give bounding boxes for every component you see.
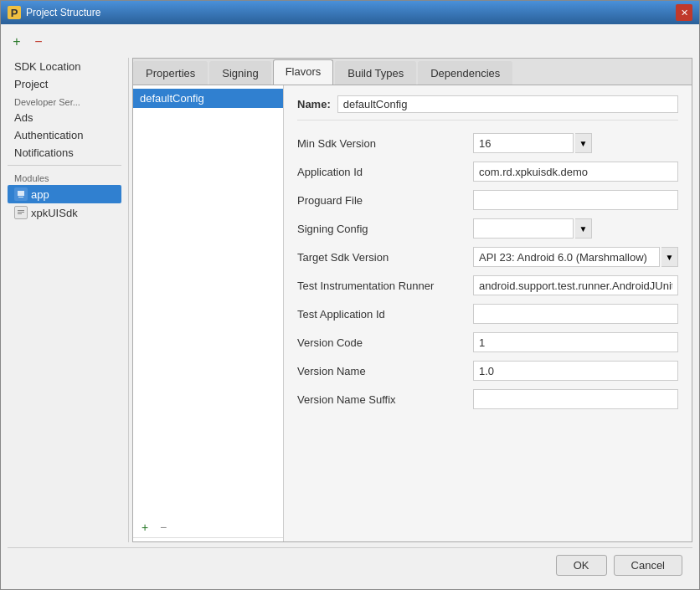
form-row-signing: Signing Config ▼ <box>297 218 678 239</box>
tab-bar: Properties Signing Flavors Build Types D… <box>133 59 692 85</box>
form-row-version-code: Version Code <box>297 331 678 353</box>
proguard-control <box>473 190 678 210</box>
target-sdk-label: Target Sdk Version <box>297 251 473 264</box>
version-code-control <box>473 332 678 352</box>
version-code-label: Version Code <box>297 336 473 349</box>
title-bar: P Project Structure ✕ <box>1 1 699 24</box>
min-sdk-input[interactable] <box>473 133 574 153</box>
svg-rect-6 <box>18 213 22 214</box>
main-content: SDK Location Project Developer Ser... Ad… <box>8 58 692 542</box>
flavor-list-toolbar: + − <box>133 517 283 538</box>
main-divider <box>128 58 129 542</box>
min-sdk-dropdown[interactable]: ▼ <box>575 133 592 153</box>
tab-signing[interactable]: Signing <box>209 61 270 85</box>
footer: OK Cancel <box>8 547 692 582</box>
form-panel: Name: Min Sdk Version ▼ <box>284 85 692 541</box>
sidebar-item-sdk-location[interactable]: SDK Location <box>8 58 121 75</box>
form-row-test-app-id: Test Application Id <box>297 303 678 325</box>
ok-button[interactable]: OK <box>556 555 607 576</box>
top-toolbar: + − <box>8 31 692 53</box>
sidebar-item-xpkuisdk[interactable]: xpkUISdk <box>8 203 121 222</box>
signing-dropdown[interactable]: ▼ <box>575 218 592 239</box>
tab-flavors[interactable]: Flavors <box>273 59 334 85</box>
min-sdk-label: Min Sdk Version <box>297 137 473 150</box>
form-title-row: Name: <box>297 95 678 121</box>
svg-rect-2 <box>18 197 23 198</box>
svg-rect-4 <box>18 210 24 211</box>
test-runner-label: Test Instrumentation Runner <box>297 280 473 292</box>
test-app-id-input[interactable] <box>473 304 678 324</box>
test-app-id-label: Test Application Id <box>297 308 473 321</box>
form-row-proguard: Proguard File <box>297 189 678 211</box>
form-row-target-sdk: Target Sdk Version ▼ <box>297 246 678 268</box>
remove-module-button[interactable]: − <box>29 33 48 51</box>
flavor-item-defaultconfig[interactable]: defaultConfig <box>133 89 283 108</box>
window-body: + − SDK Location Project Developer Ser..… <box>1 24 699 589</box>
close-button[interactable]: ✕ <box>676 4 692 21</box>
target-sdk-control: ▼ <box>473 247 678 267</box>
form-row-min-sdk: Min Sdk Version ▼ <box>297 132 678 154</box>
remove-flavor-button[interactable]: − <box>155 519 172 536</box>
signing-input[interactable] <box>473 218 574 239</box>
window-title: Project Structure <box>26 7 100 18</box>
target-sdk-dropdown[interactable]: ▼ <box>661 247 678 267</box>
min-sdk-control: ▼ <box>473 133 678 153</box>
flavor-list-panel: defaultConfig + − <box>133 85 284 541</box>
test-runner-input[interactable] <box>473 275 678 295</box>
sidebar-item-notifications[interactable]: Notifications <box>8 144 121 162</box>
version-code-input[interactable] <box>473 332 678 352</box>
version-name-suffix-input[interactable] <box>473 389 678 409</box>
target-sdk-input[interactable] <box>473 247 660 267</box>
right-panel: Properties Signing Flavors Build Types D… <box>132 58 692 542</box>
name-label: Name: <box>297 98 331 110</box>
name-input[interactable] <box>337 95 678 113</box>
sidebar-item-ads[interactable]: Ads <box>8 109 121 126</box>
test-runner-control <box>473 275 678 295</box>
svg-rect-5 <box>18 212 24 213</box>
sidebar: SDK Location Project Developer Ser... Ad… <box>8 58 125 542</box>
version-name-control <box>473 361 678 381</box>
proguard-label: Proguard File <box>297 194 473 207</box>
sidebar-item-authentication[interactable]: Authentication <box>8 126 121 144</box>
version-name-input[interactable] <box>473 361 678 381</box>
sidebar-item-app[interactable]: app <box>8 185 121 203</box>
sidebar-item-project[interactable]: Project <box>8 75 121 93</box>
version-name-label: Version Name <box>297 365 473 377</box>
proguard-input[interactable] <box>473 190 678 210</box>
test-app-id-control <box>473 304 678 324</box>
form-row-app-id: Application Id <box>297 161 678 182</box>
tab-dependencies[interactable]: Dependencies <box>418 61 512 85</box>
project-structure-window: P Project Structure ✕ + − SDK Location P… <box>0 0 700 590</box>
signing-label: Signing Config <box>297 223 473 235</box>
add-module-button[interactable]: + <box>8 33 26 51</box>
form-row-test-runner: Test Instrumentation Runner <box>297 274 678 296</box>
form-row-version-name-suffix: Version Name Suffix <box>297 388 678 410</box>
tab-build-types[interactable]: Build Types <box>335 61 416 85</box>
app-id-label: Application Id <box>297 166 473 178</box>
app-id-input[interactable] <box>473 162 678 182</box>
svg-rect-1 <box>18 191 24 196</box>
version-name-suffix-label: Version Name Suffix <box>297 393 473 406</box>
add-flavor-button[interactable]: + <box>136 519 153 536</box>
version-name-suffix-control <box>473 389 678 409</box>
app-module-icon <box>14 187 28 201</box>
cancel-button[interactable]: Cancel <box>614 555 682 576</box>
content-split: defaultConfig + − Name: <box>133 85 692 541</box>
tab-properties[interactable]: Properties <box>133 61 208 85</box>
form-row-version-name: Version Name <box>297 360 678 382</box>
sidebar-section-modules: Modules <box>8 169 121 185</box>
signing-control: ▼ <box>473 218 678 239</box>
window-icon: P <box>8 6 21 19</box>
sidebar-section-developer: Developer Ser... <box>8 93 121 109</box>
app-id-control <box>473 162 678 182</box>
sidebar-divider <box>8 165 121 166</box>
title-bar-left: P Project Structure <box>8 6 100 19</box>
lib-module-icon <box>14 206 28 219</box>
